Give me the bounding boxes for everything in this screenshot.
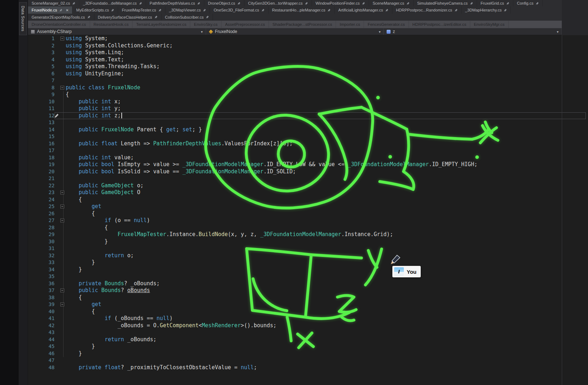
code-line[interactable]: 2using System.Collections.Generic; xyxy=(28,42,588,50)
code-line[interactable]: 13 xyxy=(28,119,588,126)
pin-icon[interactable] xyxy=(111,9,114,12)
document-tab[interactable]: AssetPreprocessor.cs xyxy=(221,21,269,28)
fold-toggle-icon[interactable] xyxy=(60,288,64,292)
code-line[interactable]: 43 xyxy=(28,329,588,336)
document-tab[interactable]: OneSec3D_FileFormat.cs xyxy=(210,6,269,14)
document-tab[interactable]: CollisionSubscriber.cs xyxy=(162,14,213,20)
fold-toggle-icon[interactable] xyxy=(60,302,64,306)
code-line[interactable]: 9{ xyxy=(28,91,588,98)
code-line[interactable]: 6using UnityEngine; xyxy=(28,70,588,78)
pin-icon[interactable] xyxy=(327,9,331,12)
code-line[interactable]: 46 } xyxy=(28,350,588,357)
code-line[interactable]: 27 if (o == null) xyxy=(28,217,588,224)
document-tab[interactable]: DeliverySurfaceClassHelper.cs xyxy=(94,14,162,20)
code-line[interactable]: 38 { xyxy=(28,294,588,301)
code-line[interactable]: 1using System; xyxy=(28,35,588,42)
document-tab[interactable]: EnviroSkyMgr.cs xyxy=(470,21,509,28)
code-line[interactable]: 40 { xyxy=(28,308,588,315)
code-line[interactable]: 18 public int value; xyxy=(28,154,588,161)
close-tab-icon[interactable]: ✕ xyxy=(66,8,69,12)
document-tab[interactable]: FruxelNode.cs✕ xyxy=(28,6,73,14)
document-tab[interactable]: ShaderPackage...stProcessor.cs xyxy=(269,21,336,28)
fold-toggle-icon[interactable] xyxy=(60,86,64,90)
document-tab[interactable]: TerrainLayerRandomizer.cs xyxy=(132,21,190,28)
document-tab[interactable]: _3DMapViewer.cs xyxy=(165,6,210,14)
code-line[interactable]: 12 public int z; xyxy=(28,112,588,119)
code-line[interactable]: 44 return _oBounds; xyxy=(28,336,588,343)
code-line[interactable]: 4using System.Text; xyxy=(28,56,588,64)
document-tab[interactable]: MyEditorScripts.cs xyxy=(73,6,118,14)
pin-icon[interactable] xyxy=(206,15,209,19)
document-tab[interactable]: DroneOrientationController.cs xyxy=(28,21,90,28)
code-line[interactable]: 20 public bool IsSolid => value == _3DFo… xyxy=(28,168,588,175)
fold-toggle-icon[interactable] xyxy=(60,205,64,208)
code-line[interactable]: 23 public GameObject O xyxy=(28,189,588,196)
fold-toggle-icon[interactable] xyxy=(60,37,64,41)
pin-icon[interactable] xyxy=(154,15,158,19)
document-tab[interactable]: SimulatedFisheyeCamera.cs xyxy=(414,0,477,6)
pin-icon[interactable] xyxy=(305,2,308,5)
document-tab[interactable]: FruxelGrid.cs xyxy=(477,0,513,6)
pin-icon[interactable] xyxy=(203,9,206,12)
code-line[interactable]: 29 FruxelMapTester.Instance.BuildNode(x,… xyxy=(28,231,588,238)
code-line[interactable]: 11 public int y; xyxy=(28,105,588,112)
code-editor[interactable]: 1using System;2using System.Collections.… xyxy=(28,35,588,385)
pin-icon[interactable] xyxy=(470,2,473,5)
document-tab[interactable]: RestaurantHo...pleManager.cs xyxy=(269,6,335,14)
document-tab[interactable]: FruxelMapTester.cs xyxy=(118,6,165,14)
pin-icon[interactable] xyxy=(72,2,75,5)
code-line[interactable]: 39 get xyxy=(28,301,588,308)
fold-toggle-icon[interactable] xyxy=(60,219,64,222)
pin-icon[interactable] xyxy=(406,2,410,5)
document-tab[interactable]: SceneManager_02.cs xyxy=(28,0,79,6)
code-line[interactable]: 42 _oBounds = O.GetComponent<MeshRendere… xyxy=(28,322,588,329)
type-dropdown[interactable]: FruxelNode ▾ xyxy=(206,28,384,35)
code-line[interactable]: 32 return o; xyxy=(28,252,588,259)
document-tab[interactable]: Importer.cs xyxy=(336,21,364,28)
document-tab[interactable]: Generator2ExportMapTools.cs xyxy=(28,14,94,20)
code-line[interactable]: 5using System.Threading.Tasks; xyxy=(28,63,588,70)
document-tab[interactable]: ArtificialLightsManager.cs xyxy=(335,6,392,14)
code-line[interactable]: 3using System.Linq; xyxy=(28,49,588,56)
document-tab[interactable]: PathfinderDepthValues.cs xyxy=(146,0,204,6)
code-line[interactable]: 36 private Bounds? _oBounds; xyxy=(28,280,588,287)
code-line[interactable]: 24 { xyxy=(28,196,588,203)
code-line[interactable]: 15 xyxy=(28,133,588,140)
code-line[interactable]: 19 public bool IsEmpty => value >= _3DFo… xyxy=(28,161,588,168)
fold-toggle-icon[interactable] xyxy=(60,191,64,194)
document-tab[interactable]: SceneManager.cs xyxy=(369,0,414,6)
document-tab[interactable]: RestaurantHook.cs xyxy=(90,21,133,28)
document-tab[interactable]: HDRPPostproc...izerEditor.cs xyxy=(409,21,470,28)
pin-icon[interactable] xyxy=(237,2,241,5)
document-tab[interactable]: HDRPPostproc...Randomizer.cs xyxy=(392,6,462,14)
code-line[interactable]: 31 xyxy=(28,245,588,252)
pin-icon[interactable] xyxy=(197,2,200,5)
code-line[interactable]: 14 public FruxelNode Parent { get; set; … xyxy=(28,126,588,133)
code-line[interactable]: 21 xyxy=(28,175,588,182)
data-sources-tab[interactable]: Data Sources xyxy=(19,2,27,35)
code-line[interactable]: 17 xyxy=(28,147,588,154)
pin-icon[interactable] xyxy=(362,2,365,5)
document-tab[interactable]: DroneObject.cs xyxy=(204,0,244,6)
code-line[interactable]: 10 public int x; xyxy=(28,98,588,105)
pin-icon[interactable] xyxy=(536,2,539,5)
code-line[interactable]: 37 public Bounds? oBounds xyxy=(28,287,588,294)
pin-icon[interactable] xyxy=(87,15,90,19)
pin-icon[interactable] xyxy=(59,9,62,12)
document-tab[interactable]: CityGen3DGen...torWrapper.cs xyxy=(244,0,312,6)
code-line[interactable]: 34 } xyxy=(28,266,588,273)
document-tab[interactable]: EnviroSky.cs xyxy=(190,21,221,28)
document-tab[interactable]: _3DFoundatio...delManager.cs xyxy=(79,0,146,6)
code-line[interactable]: 7 xyxy=(28,77,588,84)
pin-icon[interactable] xyxy=(385,9,388,12)
code-line[interactable]: 41 if (_oBounds == null) xyxy=(28,315,588,322)
code-line[interactable]: 16 public float Length => PathfinderDept… xyxy=(28,140,588,147)
pin-icon[interactable] xyxy=(139,2,142,5)
pin-icon[interactable] xyxy=(506,2,509,5)
member-dropdown[interactable]: z ▾ xyxy=(384,28,562,35)
code-line[interactable]: 48 private float? _proximityToClosestObs… xyxy=(28,364,588,371)
pin-icon[interactable] xyxy=(504,9,507,12)
pin-icon[interactable] xyxy=(454,9,458,12)
document-tab[interactable]: _3DMapHierarchy.cs xyxy=(462,6,511,14)
document-tab[interactable]: WindowPositionFinder.cs xyxy=(312,0,369,6)
